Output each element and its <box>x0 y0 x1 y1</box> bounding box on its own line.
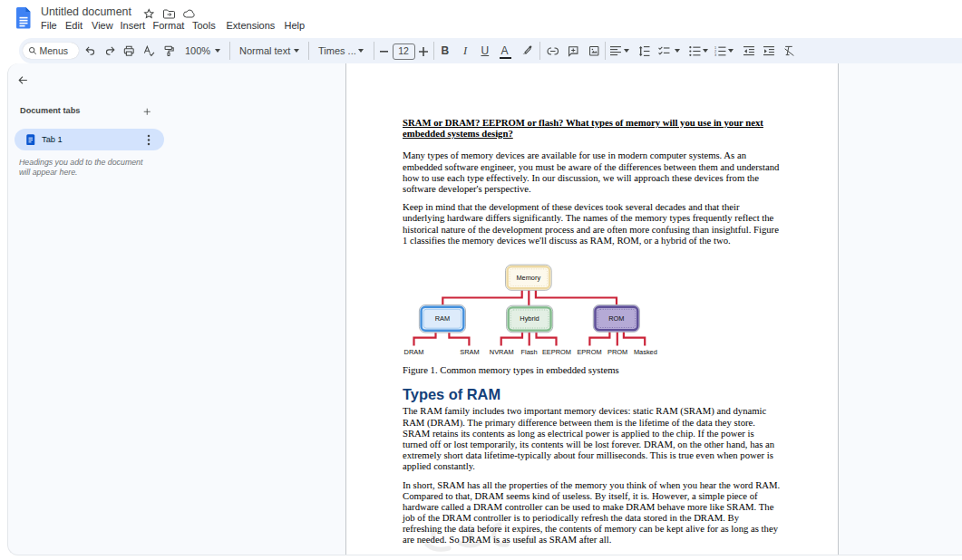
svg-text:DRAM: DRAM <box>404 348 424 356</box>
svg-text:Flash: Flash <box>521 348 538 356</box>
svg-text:3: 3 <box>714 53 716 56</box>
svg-text:Memory: Memory <box>516 274 540 282</box>
svg-text:2: 2 <box>714 50 716 53</box>
svg-text:PROM: PROM <box>607 348 627 356</box>
svg-text:RAM: RAM <box>435 314 450 323</box>
svg-text:1: 1 <box>714 46 716 50</box>
svg-text:Masked: Masked <box>634 348 657 356</box>
svg-text:NVRAM: NVRAM <box>490 348 514 356</box>
svg-text:Hybrid: Hybrid <box>520 314 539 323</box>
svg-text:SRAM: SRAM <box>460 348 479 356</box>
svg-text:EPROM: EPROM <box>577 348 601 356</box>
svg-text:EEPROM: EEPROM <box>542 348 571 356</box>
svg-text:ROM: ROM <box>608 314 624 323</box>
